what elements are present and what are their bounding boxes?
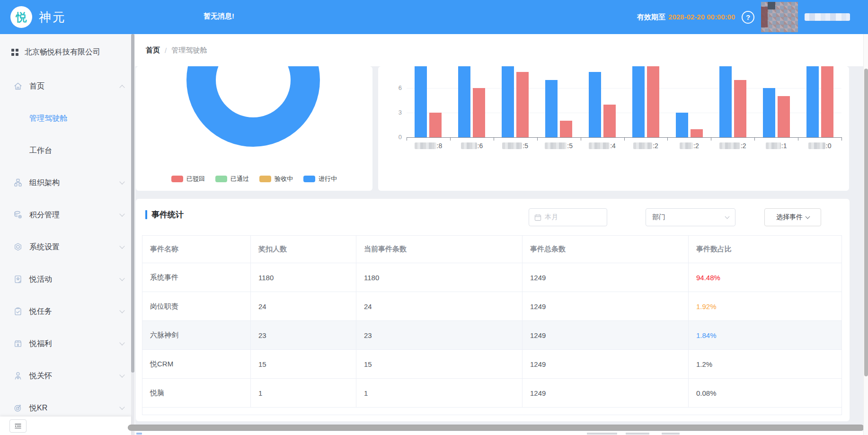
- select-event-button[interactable]: 选择事件: [764, 208, 821, 226]
- username-redacted[interactable]: [805, 13, 850, 21]
- redacted-label-block: [719, 142, 740, 149]
- y-axis-tick-label: 3: [385, 109, 402, 116]
- table-cell: 1: [356, 379, 523, 408]
- x-axis-tick: [537, 137, 538, 141]
- chevron-down-icon: [119, 340, 124, 345]
- chevron-down-icon: [119, 179, 124, 184]
- chevron-down-icon: [119, 308, 124, 313]
- table-cell: 悦脑: [142, 379, 251, 408]
- donut-legend: 已驳回已通过验收中进行中: [136, 175, 372, 183]
- company-selector[interactable]: 北京畅悦科技有限公司: [0, 34, 135, 70]
- welfare-icon: [13, 339, 23, 348]
- series-blue-bar: [415, 66, 427, 137]
- legend-label: 已驳回: [186, 175, 205, 183]
- x-axis-tick: [581, 137, 581, 141]
- category-suffix: :5: [567, 142, 573, 150]
- series-pink-bar: [603, 105, 616, 137]
- series-pink-bar: [691, 129, 703, 137]
- validity-date: 2028-02-20 00:00:00: [668, 13, 735, 21]
- sidebar-item-dashboard[interactable]: 管理驾驶舱: [0, 102, 135, 134]
- legend-swatch: [259, 176, 271, 182]
- sidebar-item-label: 首页: [29, 81, 44, 91]
- legend-item-已通过[interactable]: 已通过: [215, 175, 249, 183]
- table-cell-ratio: 1.92%: [689, 292, 842, 321]
- bar-group: [667, 66, 711, 137]
- x-axis-category-label: :4: [581, 142, 624, 150]
- sidebar-item-settings[interactable]: 系统设置: [0, 231, 135, 263]
- calendar-icon: [534, 214, 541, 221]
- bottom-strip: [135, 431, 868, 435]
- sidebar-item-org[interactable]: 组织架构: [0, 167, 135, 199]
- y-axis-tick-label: 9: [385, 66, 402, 67]
- sidebar-item-label: 悦KR: [29, 403, 47, 413]
- sidebar-item-label: 悦关怀: [29, 371, 52, 381]
- activity-icon: [13, 275, 23, 284]
- vertical-scrollbar-thumb[interactable]: [864, 69, 868, 376]
- app-title: 神元: [39, 9, 66, 26]
- validity-label: 有效期至: [637, 13, 665, 21]
- sidebar-item-points[interactable]: 积分管理: [0, 199, 135, 231]
- bar-group: [537, 66, 581, 137]
- sidebar: 北京畅悦科技有限公司 首页管理驾驶舱工作台组织架构积分管理系统设置悦活动悦任务悦…: [0, 34, 135, 435]
- series-blue-bar: [545, 80, 558, 137]
- chevron-down-icon: [119, 275, 124, 281]
- date-range-input[interactable]: 本月: [529, 208, 607, 226]
- sidebar-scrollbar[interactable]: [131, 34, 134, 435]
- donut-hole: [216, 66, 291, 117]
- table-cell: 1180: [356, 263, 523, 292]
- legend-item-已驳回[interactable]: 已驳回: [171, 175, 205, 183]
- collapse-sidebar-button[interactable]: [9, 419, 27, 433]
- sidebar-item-task[interactable]: 悦任务: [0, 295, 135, 328]
- status-donut-card: 已驳回已通过验收中进行中: [136, 66, 372, 191]
- app-logo-icon[interactable]: 悦: [10, 6, 32, 28]
- x-axis-category-label: :2: [711, 142, 754, 150]
- x-axis-category-label: :2: [624, 142, 668, 150]
- sidebar-scrollbar-thumb[interactable]: [131, 34, 134, 373]
- department-select[interactable]: 部门: [646, 208, 735, 226]
- title-accent-bar: [145, 210, 147, 219]
- card-title-text: 事件统计: [151, 209, 184, 220]
- clipped-content-fragment: [136, 433, 142, 435]
- sidebar-item-welfare[interactable]: 悦福利: [0, 328, 135, 360]
- chevron-up-icon: [119, 85, 124, 90]
- breadcrumb-home-link[interactable]: 首页: [146, 46, 160, 55]
- legend-item-验收中[interactable]: 验收中: [259, 175, 293, 183]
- chevron-down-icon: [119, 372, 124, 377]
- series-blue-bar: [632, 66, 645, 137]
- chevron-down-icon: [119, 243, 124, 249]
- table-cell: 系统事件: [142, 263, 251, 292]
- series-blue-bar: [676, 113, 688, 137]
- logo-glyph: 悦: [16, 10, 27, 25]
- table-cell: 1: [251, 379, 356, 408]
- table-row: 悦脑1112490.08%: [142, 379, 842, 408]
- sidebar-item-label: 积分管理: [29, 210, 60, 220]
- table-cell: 15: [356, 350, 523, 379]
- license-validity: 有效期至2028-02-20 00:00:00: [637, 13, 735, 22]
- kr-icon: [13, 403, 23, 413]
- sidebar-item-workbench[interactable]: 工作台: [0, 134, 135, 167]
- x-axis-category-label: :5: [537, 142, 581, 150]
- sidebar-item-label: 管理驾驶舱: [29, 114, 67, 124]
- bar-group: [754, 66, 798, 137]
- sidebar-item-label: 悦活动: [29, 275, 52, 284]
- x-axis-category-label: :6: [450, 142, 494, 150]
- legend-swatch: [171, 176, 183, 182]
- series-pink-bar: [778, 96, 790, 137]
- sidebar-item-activity[interactable]: 悦活动: [0, 263, 135, 295]
- legend-swatch: [215, 176, 227, 182]
- table-cell-ratio: 1.2%: [689, 350, 842, 379]
- category-suffix: :6: [478, 142, 483, 150]
- table-cell: 1249: [523, 292, 689, 321]
- clipped-content-fragment: [587, 433, 617, 435]
- sidebar-item-care[interactable]: 悦关怀: [0, 360, 135, 392]
- series-pink-bar: [821, 66, 833, 137]
- sidebar-item-home[interactable]: 首页: [0, 70, 135, 102]
- help-icon[interactable]: ?: [742, 11, 754, 24]
- legend-item-进行中[interactable]: 进行中: [303, 175, 337, 183]
- avatar[interactable]: [761, 2, 798, 32]
- table-row: 系统事件11801180124994.48%: [142, 263, 842, 292]
- settings-icon: [13, 242, 23, 252]
- vertical-scrollbar-track[interactable]: [863, 34, 868, 435]
- horizontal-scrollbar[interactable]: [128, 425, 864, 431]
- bar-group: [407, 66, 450, 137]
